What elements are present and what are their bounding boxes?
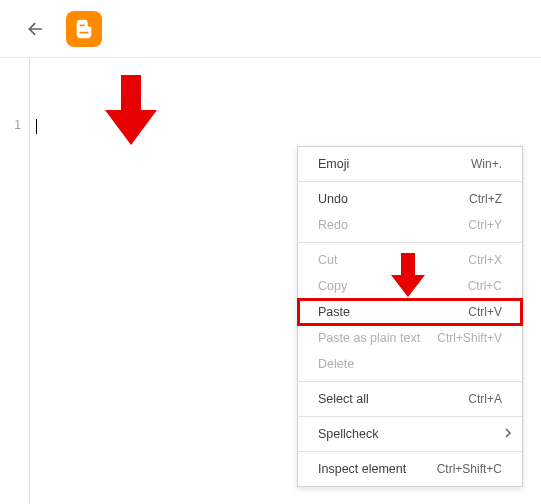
menu-label: Cut bbox=[318, 253, 337, 267]
menu-label: Inspect element bbox=[318, 462, 406, 476]
menu-separator bbox=[298, 416, 522, 417]
menu-item-paste[interactable]: Paste Ctrl+V bbox=[298, 299, 522, 325]
menu-shortcut: Ctrl+Shift+C bbox=[437, 462, 502, 476]
annotation-arrow-2 bbox=[391, 253, 425, 300]
menu-label: Select all bbox=[318, 392, 369, 406]
menu-item-delete: Delete bbox=[298, 351, 522, 377]
menu-item-select-all[interactable]: Select all Ctrl+A bbox=[298, 386, 522, 412]
menu-label: Redo bbox=[318, 218, 348, 232]
menu-shortcut: Ctrl+Z bbox=[469, 192, 502, 206]
menu-item-emoji[interactable]: Emoji Win+. bbox=[298, 151, 522, 177]
menu-label: Copy bbox=[318, 279, 347, 293]
menu-separator bbox=[298, 381, 522, 382]
back-button[interactable] bbox=[24, 17, 48, 41]
arrow-left-icon bbox=[26, 19, 46, 39]
menu-shortcut: Ctrl+Y bbox=[468, 218, 502, 232]
menu-shortcut: Ctrl+C bbox=[468, 279, 502, 293]
down-arrow-icon bbox=[391, 253, 425, 297]
blogger-logo[interactable] bbox=[66, 11, 102, 47]
menu-item-spellcheck[interactable]: Spellcheck bbox=[298, 421, 522, 447]
line-number: 1 bbox=[14, 118, 21, 132]
menu-label: Delete bbox=[318, 357, 354, 371]
menu-shortcut: Ctrl+Shift+V bbox=[437, 331, 502, 345]
down-arrow-icon bbox=[105, 75, 157, 145]
annotation-arrow-1 bbox=[105, 75, 157, 148]
menu-shortcut: Win+. bbox=[471, 157, 502, 171]
menu-shortcut: Ctrl+V bbox=[468, 305, 502, 319]
blogger-icon bbox=[73, 18, 95, 40]
context-menu: Emoji Win+. Undo Ctrl+Z Redo Ctrl+Y Cut … bbox=[297, 146, 523, 487]
menu-item-undo[interactable]: Undo Ctrl+Z bbox=[298, 186, 522, 212]
menu-label: Undo bbox=[318, 192, 348, 206]
menu-item-redo: Redo Ctrl+Y bbox=[298, 212, 522, 238]
menu-label: Emoji bbox=[318, 157, 349, 171]
menu-item-inspect[interactable]: Inspect element Ctrl+Shift+C bbox=[298, 456, 522, 482]
menu-separator bbox=[298, 242, 522, 243]
menu-shortcut: Ctrl+X bbox=[468, 253, 502, 267]
chevron-right-icon bbox=[504, 427, 512, 441]
menu-shortcut: Ctrl+A bbox=[468, 392, 502, 406]
text-cursor bbox=[36, 119, 37, 134]
header bbox=[0, 0, 541, 58]
menu-separator bbox=[298, 181, 522, 182]
menu-label: Paste bbox=[318, 305, 350, 319]
menu-label: Spellcheck bbox=[318, 427, 378, 441]
menu-label: Paste as plain text bbox=[318, 331, 420, 345]
line-gutter: 1 bbox=[0, 58, 30, 504]
menu-item-paste-plain: Paste as plain text Ctrl+Shift+V bbox=[298, 325, 522, 351]
menu-separator bbox=[298, 451, 522, 452]
